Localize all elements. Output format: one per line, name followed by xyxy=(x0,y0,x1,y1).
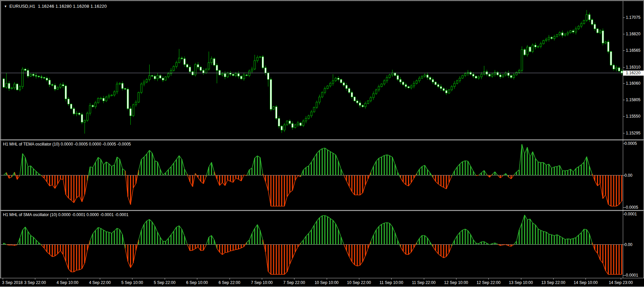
candle xyxy=(267,72,269,87)
time-tick xyxy=(327,278,327,280)
candle xyxy=(335,77,336,82)
candle xyxy=(184,56,186,67)
candle xyxy=(540,42,541,48)
candle xyxy=(516,72,517,76)
candle xyxy=(178,49,180,64)
candle xyxy=(505,71,507,76)
candle xyxy=(321,91,323,98)
candle xyxy=(6,73,7,89)
time-tick xyxy=(262,278,262,280)
candle xyxy=(297,121,299,127)
candle xyxy=(580,22,582,28)
candle xyxy=(473,72,474,78)
candle xyxy=(451,85,452,91)
price-axis-label: 1.15295 xyxy=(626,131,640,135)
candle xyxy=(389,74,391,79)
collapse-arrow-icon[interactable]: ▼ xyxy=(4,5,7,8)
candle xyxy=(543,40,545,44)
candle xyxy=(86,112,88,122)
candle xyxy=(402,81,404,86)
current-price-box: 1.16220 xyxy=(623,71,644,76)
candle xyxy=(429,76,431,81)
time-tick xyxy=(521,278,521,280)
time-axis-label: 3 Sep 2018 xyxy=(2,280,23,285)
candle xyxy=(454,81,455,89)
candle xyxy=(340,79,342,83)
candle xyxy=(599,29,601,34)
candle xyxy=(208,51,210,71)
candle xyxy=(602,29,604,46)
candle xyxy=(16,83,18,91)
candle xyxy=(132,104,134,117)
candle xyxy=(81,113,83,124)
tema-oscillator-panel[interactable]: H1 MHL of TEMA oscillator (10) 0.0000 -0… xyxy=(1,140,643,210)
tema-oscillator-histogram[interactable] xyxy=(1,140,623,210)
candle xyxy=(173,65,174,72)
candle xyxy=(22,67,24,89)
candle xyxy=(170,68,172,76)
candle xyxy=(311,110,312,118)
candle xyxy=(572,29,574,34)
oscillator-scale-label: 0.00 xyxy=(625,242,632,247)
candle xyxy=(513,73,515,79)
price-tick xyxy=(623,34,625,34)
candle xyxy=(95,101,96,109)
sma-oscillator-histogram[interactable] xyxy=(1,211,623,278)
time-axis-label: 7 Sep 22:00 xyxy=(283,280,305,285)
candle xyxy=(462,75,464,79)
candlestick-chart[interactable] xyxy=(1,1,623,139)
time-axis-label: 5 Sep 22:00 xyxy=(154,280,175,285)
price-axis-label: 1.16060 xyxy=(626,81,640,86)
candle xyxy=(130,106,131,125)
oscillator-scale-label: 0.0001 xyxy=(625,212,637,216)
candle xyxy=(278,116,280,128)
candle xyxy=(294,124,296,129)
tema-oscillator-title: H1 MHL of TEMA oscillator (10) 0.0000 -0… xyxy=(3,142,131,147)
candle xyxy=(343,81,345,87)
candle xyxy=(151,75,153,77)
candle xyxy=(35,73,37,79)
sma-oscillator-panel[interactable]: H1 MHL of SMA oscillator (10) 0.0000 -0.… xyxy=(1,211,643,278)
candle xyxy=(189,65,191,74)
candle xyxy=(405,83,407,88)
candle xyxy=(613,64,614,71)
price-axis-label: 1.17075 xyxy=(626,15,640,20)
candle xyxy=(162,76,164,82)
price-tick xyxy=(623,67,625,68)
candle xyxy=(497,71,498,76)
candle xyxy=(594,23,596,31)
time-axis-label: 12 Sep 10:00 xyxy=(444,280,468,285)
candle xyxy=(230,71,231,76)
candle xyxy=(216,63,218,83)
candle xyxy=(546,38,547,42)
candle xyxy=(187,64,188,69)
candle xyxy=(219,70,220,76)
price-chart-panel[interactable]: ▼EURUSD,H1 1.16246 1.16280 1.16208 1.162… xyxy=(1,1,643,139)
time-axis-label: 6 Sep 10:00 xyxy=(186,280,208,285)
time-axis[interactable]: 3 Sep 20183 Sep 22:004 Sep 10:004 Sep 22… xyxy=(0,278,644,286)
price-axis-label: 1.16310 xyxy=(626,65,640,70)
candle xyxy=(259,56,261,58)
candle xyxy=(92,104,93,108)
candle xyxy=(154,75,156,80)
candle xyxy=(27,69,29,78)
candle xyxy=(308,115,310,120)
candle xyxy=(532,43,533,53)
candle xyxy=(89,103,91,116)
candle xyxy=(19,85,21,91)
candle xyxy=(43,77,45,79)
candle xyxy=(440,84,442,91)
candle xyxy=(618,67,620,72)
candle xyxy=(413,81,415,88)
candle xyxy=(305,116,307,123)
candle xyxy=(529,46,531,52)
candle xyxy=(567,31,569,36)
candle xyxy=(508,71,509,78)
price-axis[interactable]: 1.16220 1.170751.168201.165651.163101.16… xyxy=(623,1,644,278)
candle xyxy=(456,80,458,85)
candle xyxy=(392,70,393,77)
candle xyxy=(346,83,347,91)
time-axis-label: 3 Sep 22:00 xyxy=(24,280,46,285)
candle xyxy=(276,105,277,120)
candle xyxy=(262,55,264,69)
